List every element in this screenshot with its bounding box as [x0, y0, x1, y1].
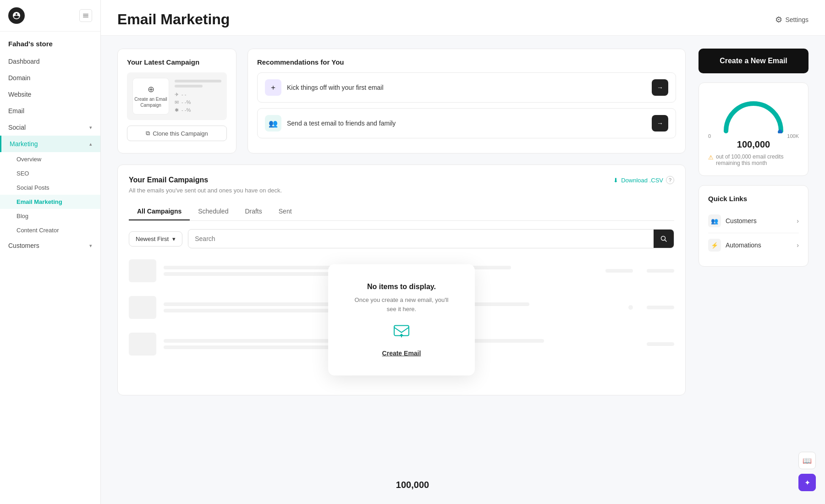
skeleton-thumb-1 — [129, 259, 156, 282]
skeleton-val-1b — [647, 269, 674, 273]
svg-line-4 — [665, 240, 667, 242]
tab-sent[interactable]: Sent — [270, 203, 300, 220]
tab-all-campaigns[interactable]: All Campaigns — [129, 203, 190, 220]
rec-item-left-1: ＋ Kick things off with your first email — [265, 79, 384, 96]
rec-arrow-btn-1[interactable]: → — [652, 79, 668, 96]
sidebar-item-customers[interactable]: Customers ▾ — [0, 237, 100, 254]
sidebar-item-domain[interactable]: Domain — [0, 70, 100, 86]
main-content: Email Marketing ⚙ Settings Your Latest C… — [101, 0, 825, 504]
sidebar-item-content-creator[interactable]: Content Creator — [0, 223, 100, 237]
credits-warning: ⚠ out of 100,000 email credits remaining… — [708, 153, 799, 166]
sidebar-item-marketing[interactable]: Marketing ▴ — [0, 136, 100, 152]
recommendation-item-1[interactable]: ＋ Kick things off with your first email … — [257, 72, 676, 103]
quick-links-card: Quick Links 👥 Customers › ⚡ Automations … — [698, 185, 808, 267]
quick-link-automations[interactable]: ⚡ Automations › — [708, 233, 799, 257]
skeleton-val-2 — [647, 306, 674, 309]
automations-icon: ⚡ — [708, 239, 721, 252]
sidebar-item-website[interactable]: Website — [0, 86, 100, 103]
campaign-stat-1: ✈ - - — [175, 92, 221, 98]
gear-icon: ⚙ — [775, 15, 782, 25]
empty-state-overlay: No items to display. Once you create a n… — [328, 264, 475, 376]
chevron-down-sort-icon: ▾ — [172, 236, 176, 242]
page-header: Email Marketing ⚙ Settings — [101, 0, 825, 36]
rec-icon-1: ＋ — [265, 79, 281, 96]
main-left-panel: Your Latest Campaign ⊕ Create an Email C… — [117, 49, 686, 504]
quick-link-automations-left: ⚡ Automations — [708, 239, 761, 252]
sidebar-item-seo[interactable]: SEO — [0, 166, 100, 181]
store-name: Fahad's store — [0, 32, 100, 51]
skeleton-line-2b — [164, 309, 346, 312]
customers-icon: 👥 — [708, 214, 721, 227]
gauge-value-container: 100,000 — [708, 139, 799, 150]
stat-val-1: - - — [182, 92, 186, 97]
settings-label: Settings — [785, 16, 808, 23]
recommendations-title: Recommendations for You — [257, 58, 676, 66]
tab-drafts[interactable]: Drafts — [236, 203, 270, 220]
recommendation-item-2[interactable]: 👥 Send a test email to friends and famil… — [257, 108, 676, 138]
latest-campaign-title: Your Latest Campaign — [127, 58, 227, 66]
sidebar-item-dashboard[interactable]: Dashboard — [0, 53, 100, 70]
sort-select[interactable]: Newest First ▾ — [129, 231, 182, 247]
filter-row: Newest First ▾ — [129, 229, 674, 248]
sidebar-item-social[interactable]: Social ▾ — [0, 119, 100, 136]
rec-text-1: Kick things off with your first email — [287, 84, 384, 91]
chevron-down-icon-customers: ▾ — [89, 243, 92, 249]
click-icon: ✱ — [175, 107, 179, 113]
download-csv-button[interactable]: ⬇ Download .CSV ? — [613, 176, 674, 184]
sidebar-item-social-posts[interactable]: Social Posts — [0, 181, 100, 195]
quick-link-customers[interactable]: 👥 Customers › — [708, 209, 799, 233]
skeleton-val-3 — [647, 342, 674, 346]
clone-campaign-button[interactable]: ⧉ Clone this Campaign — [127, 126, 227, 141]
sidebar-nav: Dashboard Domain Website Email Social ▾ … — [0, 51, 100, 504]
campaign-create-label: Create an Email Campaign — [133, 96, 169, 108]
right-panel: Create a New Email 0 100,000 — [698, 49, 808, 504]
warning-icon: ⚠ — [708, 154, 714, 161]
sidebar-item-email-marketing[interactable]: Email Marketing — [0, 195, 100, 209]
gauge-value: 100,000 — [396, 480, 429, 490]
search-input[interactable] — [188, 231, 654, 247]
search-box — [188, 229, 674, 248]
tab-scheduled[interactable]: Scheduled — [190, 203, 236, 220]
credits-warning-text: out of 100,000 email credits remaining t… — [716, 153, 799, 166]
sidebar-item-email[interactable]: Email — [0, 103, 100, 119]
stat-val-2: - -% — [182, 99, 191, 105]
svg-rect-0 — [83, 14, 88, 15]
sidebar-item-overview[interactable]: Overview — [0, 152, 100, 166]
book-icon[interactable]: 📖 — [798, 452, 816, 469]
credits-card: 0 100,000 100K 100,000 ⚠ out of 100,000 … — [698, 82, 808, 176]
chevron-down-icon: ▾ — [89, 125, 92, 131]
gauge-center-value: 100,000 — [737, 139, 770, 150]
chevron-right-icon-automations: › — [797, 241, 799, 249]
search-button[interactable] — [654, 230, 674, 248]
clone-label: Clone this Campaign — [153, 130, 208, 137]
svg-rect-1 — [83, 15, 88, 16]
sidebar-item-blog[interactable]: Blog — [0, 209, 100, 223]
empty-title: No items to display. — [351, 283, 452, 291]
latest-campaign-card: Your Latest Campaign ⊕ Create an Email C… — [117, 49, 236, 153]
skeleton-thumb-2 — [129, 296, 156, 319]
customers-link-label: Customers — [726, 217, 757, 225]
settings-button[interactable]: ⚙ Settings — [775, 15, 808, 25]
clone-icon: ⧉ — [146, 130, 150, 137]
email-icon: ✉ — [175, 99, 179, 105]
create-new-email-button[interactable]: Create a New Email — [698, 49, 808, 73]
sidebar: Fahad's store Dashboard Domain Website E… — [0, 0, 101, 504]
gauge-svg — [719, 92, 788, 133]
campaigns-tabs: All Campaigns Scheduled Drafts Sent — [129, 203, 674, 221]
ai-icon[interactable]: ✦ — [798, 474, 816, 491]
floating-icons: 📖 ✦ — [798, 452, 816, 491]
sidebar-collapse-btn[interactable] — [79, 9, 92, 22]
campaign-icon-box: ⊕ Create an Email Campaign — [132, 78, 169, 115]
campaigns-subtitle: All the emails you've sent out and ones … — [129, 187, 674, 194]
marketing-submenu: Overview SEO Social Posts Email Marketin… — [0, 152, 100, 237]
rec-arrow-btn-2[interactable]: → — [652, 115, 668, 131]
create-email-link[interactable]: Create Email — [382, 350, 421, 357]
send-icon: ✈ — [175, 92, 179, 98]
skeleton-val-1a — [605, 269, 633, 273]
app-logo — [8, 7, 25, 24]
help-icon: ? — [666, 176, 674, 184]
plus-circle-icon: ⊕ — [148, 84, 154, 94]
svg-rect-2 — [83, 17, 88, 18]
top-row: Your Latest Campaign ⊕ Create an Email C… — [117, 49, 686, 153]
empty-email-icon — [351, 322, 452, 344]
